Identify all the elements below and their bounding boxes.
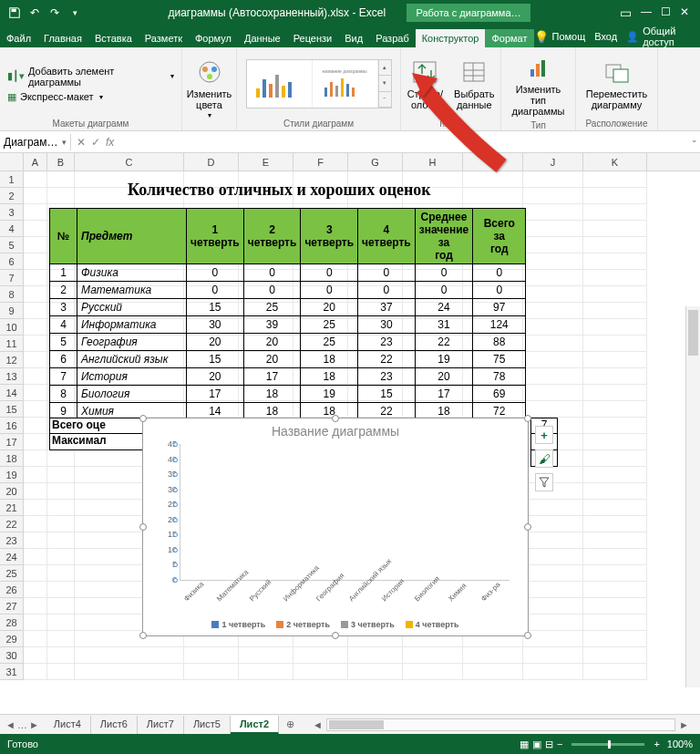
chart-title[interactable]: Название диаграммы bbox=[143, 418, 528, 444]
tab-file[interactable]: Файл bbox=[0, 29, 37, 47]
tab-format[interactable]: Формат bbox=[485, 29, 533, 47]
col-header[interactable]: B bbox=[47, 153, 75, 170]
change-colors-button[interactable]: Изменить цвета▾ bbox=[183, 56, 236, 122]
sheet-tab[interactable]: Лист6 bbox=[91, 716, 138, 734]
sheet-tab[interactable]: Лист7 bbox=[138, 716, 184, 734]
chart-plot-area[interactable]: 051015202530354045 bbox=[180, 444, 510, 581]
col-header[interactable]: A bbox=[24, 153, 47, 170]
tab-view[interactable]: Вид bbox=[338, 29, 369, 47]
row-header[interactable]: 8 bbox=[0, 286, 24, 303]
page-layout-view-icon[interactable]: ▣ bbox=[532, 739, 541, 750]
row-header[interactable]: 15 bbox=[0, 401, 24, 418]
row-header[interactable]: 14 bbox=[0, 385, 24, 401]
row-header[interactable]: 1 bbox=[0, 171, 24, 188]
fx-icon[interactable]: fx bbox=[106, 136, 114, 149]
row-header[interactable]: 30 bbox=[0, 647, 24, 664]
move-chart-button[interactable]: Переместить диаграмму bbox=[582, 56, 652, 112]
col-header[interactable]: J bbox=[523, 153, 583, 170]
normal-view-icon[interactable]: ▦ bbox=[520, 739, 529, 750]
styles-scroll[interactable]: ▴▾⁼ bbox=[378, 60, 391, 108]
close-icon[interactable]: ✕ bbox=[680, 5, 689, 20]
tab-share[interactable]: Общий доступ bbox=[643, 26, 693, 47]
row-header[interactable]: 19 bbox=[0, 467, 24, 483]
tab-help[interactable]: Помощ bbox=[552, 31, 586, 42]
formula-input[interactable] bbox=[119, 140, 700, 144]
change-chart-type-button[interactable]: Изменить тип диаграммы bbox=[507, 51, 570, 119]
row-header[interactable]: 7 bbox=[0, 270, 24, 286]
chart-legend[interactable]: 1 четверть 2 четверть 3 четверть 4 четве… bbox=[143, 620, 528, 629]
col-header[interactable]: F bbox=[293, 153, 348, 170]
row-header[interactable]: 12 bbox=[0, 352, 24, 368]
zoom-slider[interactable] bbox=[571, 743, 644, 746]
maximize-icon[interactable]: ☐ bbox=[661, 5, 671, 20]
row-header[interactable]: 31 bbox=[0, 664, 24, 680]
zoom-in-icon[interactable]: + bbox=[654, 739, 659, 749]
help-icon[interactable]: 💡 bbox=[534, 30, 549, 44]
page-break-view-icon[interactable]: ⊟ bbox=[545, 739, 553, 750]
row-header[interactable]: 11 bbox=[0, 336, 24, 352]
tab-formulas[interactable]: Формул bbox=[189, 29, 238, 47]
zoom-level[interactable]: 100% bbox=[667, 739, 693, 749]
tab-developer[interactable]: Разраб bbox=[369, 29, 416, 47]
enter-formula-icon[interactable]: ✓ bbox=[91, 136, 100, 149]
quick-layout-button[interactable]: ▦ Экспресс-макет▾ bbox=[5, 90, 105, 104]
row-header[interactable]: 21 bbox=[0, 500, 24, 516]
qat-more-icon[interactable]: ▾ bbox=[67, 5, 82, 20]
name-box[interactable]: Диаграм…▾ bbox=[0, 134, 71, 150]
row-header[interactable]: 18 bbox=[0, 450, 24, 467]
column-headers[interactable]: ABCDEFGHIJK bbox=[0, 153, 700, 171]
minimize-icon[interactable]: ― bbox=[641, 5, 652, 20]
worksheet-grid[interactable]: ABCDEFGHIJK 1234567891011121314151617181… bbox=[0, 153, 700, 728]
vertical-scrollbar[interactable] bbox=[685, 306, 700, 687]
embedded-chart[interactable]: Название диаграммы 051015202530354045 Фи… bbox=[142, 418, 529, 636]
save-icon[interactable] bbox=[7, 5, 22, 20]
row-header[interactable]: 13 bbox=[0, 368, 24, 385]
chart-styles-gallery[interactable]: название диаграммы ▴▾⁼ bbox=[246, 59, 392, 108]
col-header[interactable]: K bbox=[583, 153, 647, 170]
row-header[interactable]: 25 bbox=[0, 565, 24, 582]
expand-formula-icon[interactable]: ⌄ bbox=[691, 135, 698, 144]
cancel-formula-icon[interactable]: ✕ bbox=[77, 136, 86, 149]
row-header[interactable]: 29 bbox=[0, 631, 24, 647]
tab-layout[interactable]: Разметк bbox=[139, 29, 189, 47]
row-header[interactable]: 28 bbox=[0, 615, 24, 631]
col-header[interactable]: D bbox=[184, 153, 239, 170]
sheet-nav-prev-icon[interactable]: ◄ bbox=[5, 719, 15, 730]
tab-insert[interactable]: Вставка bbox=[88, 29, 139, 47]
row-header[interactable]: 26 bbox=[0, 582, 24, 598]
sheet-tab[interactable]: Лист4 bbox=[45, 716, 91, 734]
col-header[interactable]: I bbox=[463, 153, 523, 170]
row-header[interactable]: 24 bbox=[0, 549, 24, 565]
horizontal-scrollbar[interactable]: ◄► bbox=[309, 718, 693, 731]
row-header[interactable]: 17 bbox=[0, 434, 24, 450]
style-thumb-2[interactable]: название диаграммы bbox=[313, 60, 378, 108]
row-header[interactable]: 22 bbox=[0, 516, 24, 532]
sheet-nav-next-icon[interactable]: ► bbox=[29, 719, 39, 730]
row-header[interactable]: 5 bbox=[0, 237, 24, 253]
tab-data[interactable]: Данные bbox=[238, 29, 287, 47]
row-header[interactable]: 2 bbox=[0, 188, 24, 204]
switch-row-column-button[interactable]: Строка/ олбец bbox=[404, 56, 447, 112]
tab-review[interactable]: Рецензи bbox=[287, 29, 339, 47]
row-header[interactable]: 16 bbox=[0, 418, 24, 434]
chart-styles-button[interactable]: 🖌 bbox=[535, 449, 553, 468]
row-header[interactable]: 23 bbox=[0, 532, 24, 549]
row-header[interactable]: 27 bbox=[0, 598, 24, 615]
select-data-button[interactable]: Выбрать данные bbox=[450, 56, 498, 112]
add-chart-element-button[interactable]: ▮┃▾ Добавить элемент диаграммы▾ bbox=[5, 65, 176, 88]
new-sheet-button[interactable]: ⊕ bbox=[279, 716, 302, 733]
row-header[interactable]: 9 bbox=[0, 303, 24, 319]
sheet-tab[interactable]: Лист5 bbox=[184, 716, 231, 734]
style-thumb-1[interactable] bbox=[247, 60, 313, 108]
col-header[interactable]: C bbox=[75, 153, 184, 170]
col-header[interactable]: E bbox=[239, 153, 293, 170]
row-header[interactable]: 20 bbox=[0, 483, 24, 500]
tab-design[interactable]: Конструктор bbox=[416, 29, 486, 47]
sheet-tab[interactable]: Лист2 bbox=[231, 716, 279, 734]
ribbon-options-icon[interactable]: ▭ bbox=[620, 5, 632, 20]
chart-elements-button[interactable]: + bbox=[535, 426, 553, 444]
row-header[interactable]: 4 bbox=[0, 221, 24, 237]
redo-icon[interactable]: ↷ bbox=[47, 5, 62, 20]
tab-signin[interactable]: Вход bbox=[594, 31, 617, 42]
chart-filter-button[interactable] bbox=[535, 473, 553, 491]
